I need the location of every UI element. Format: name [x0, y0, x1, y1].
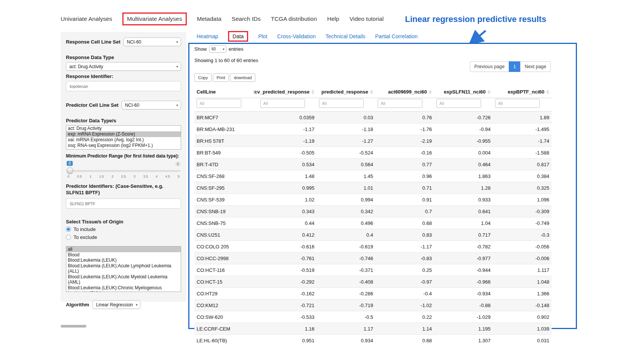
- table-row: CO:HT29-0.162-0.286-0.4-0.9341.366: [194, 288, 552, 300]
- slider-track[interactable]: [67, 170, 180, 172]
- cell-value: -1.029: [434, 311, 493, 323]
- nav-item-help[interactable]: Help: [327, 16, 339, 22]
- nav-item-metadata[interactable]: Metadata: [197, 16, 222, 22]
- nav-item-multivariate-analyses[interactable]: Multivariate Analyses: [122, 12, 187, 25]
- cell-value: 1.02: [258, 194, 317, 206]
- filter-input-cv-predicted-response[interactable]: [260, 99, 305, 108]
- previous-page-button[interactable]: Previous page: [470, 61, 509, 72]
- column-header-expbptf-nci60[interactable]: expBPTF_nci60: [493, 86, 552, 98]
- column-header-predicted-response[interactable]: predicted_response: [317, 86, 375, 98]
- filter-input-cellline[interactable]: [197, 99, 241, 108]
- filter-cell-act609699-nci60: [375, 98, 434, 112]
- algorithm-select[interactable]: Linear Regression ▾: [92, 300, 141, 309]
- min-predictor-range-slider[interactable]: 0 5 00.511.522.533.544.55: [67, 161, 180, 180]
- cell-value: -1.27: [317, 135, 375, 147]
- tissue-listbox[interactable]: allBloodBlood:Leukemia (LEUK)Blood:Leuke…: [66, 246, 181, 292]
- column-header-label: act609699_nci60: [388, 89, 427, 95]
- sort-icon: [429, 90, 432, 94]
- filter-input-predicted-response[interactable]: [319, 99, 364, 108]
- slider-handle[interactable]: [67, 167, 73, 174]
- column-header-expslfn11-nci60[interactable]: expSLFN11_nci60: [434, 86, 493, 98]
- cell-value: 0.933: [434, 194, 493, 206]
- cell-value: 0.564: [317, 159, 375, 170]
- print-button[interactable]: Print: [213, 73, 229, 82]
- table-row: CO:KM12-0.721-0.719-1.02-0.88-0.148: [194, 300, 552, 311]
- nav-item-search-ids[interactable]: Search IDs: [231, 16, 261, 22]
- predictor-data-types-listbox[interactable]: act: Drug Activityexp: mRNA Expression (…: [66, 125, 181, 150]
- page-1-button[interactable]: 1: [509, 61, 521, 72]
- cell-value: 1.048: [493, 276, 552, 288]
- tissue-option[interactable]: Blood:Leukemia (LEUK): [66, 257, 181, 263]
- copy-button[interactable]: Copy: [194, 73, 212, 82]
- response-data-type-select[interactable]: act: Drug Activity ▾: [66, 62, 181, 71]
- slider-tick-label: 0.5: [77, 175, 82, 178]
- cell-value: -0.619: [317, 241, 375, 253]
- cell-value: -1.02: [375, 300, 434, 311]
- cell-value: -0.16: [375, 147, 434, 159]
- slider-tick-label: 4: [156, 175, 158, 178]
- cell-value: -0.162: [258, 288, 317, 300]
- tab-heatmap[interactable]: Heatmap: [197, 33, 218, 39]
- table-body: BR:MCF70.03590.030.76-0.7261.89BR:MDA-MB…: [194, 112, 552, 346]
- tissue-radio-to-include[interactable]: To include: [66, 226, 181, 232]
- cell-value: 1.366: [493, 288, 552, 300]
- response-cell-line-set-select[interactable]: NCI-60 ▾: [123, 37, 181, 46]
- tab-cross-validation[interactable]: Cross-Validation: [277, 33, 316, 39]
- tissue-option[interactable]: Blood: [66, 252, 181, 258]
- tissue-option[interactable]: Blood:Leukemia (LEUK):Chronic Myelogenou…: [66, 285, 181, 292]
- radio-icon: [66, 235, 71, 240]
- cell-line-name: CO:HT29: [194, 288, 258, 300]
- table-header-row: CellLinecv_predicted_responsepredicted_r…: [194, 86, 552, 98]
- tissue-radio-to-exclude[interactable]: To exclude: [66, 234, 181, 240]
- filter-cell-cv-predicted-response: [258, 98, 317, 112]
- tab-partial-correlation[interactable]: Partial Correlation: [375, 33, 417, 39]
- predictor-data-type-option[interactable]: xai: mRNA Expression (Avg. log2 Int.): [66, 137, 181, 143]
- chevron-down-icon: ▾: [176, 65, 178, 69]
- tab-plot[interactable]: Plot: [258, 33, 267, 39]
- cell-value: 0.4: [317, 229, 375, 241]
- predictor-data-type-option[interactable]: exp: mRNA Expression (Z-Score): [66, 131, 181, 137]
- nav-item-univariate-analyses[interactable]: Univariate Analyses: [61, 16, 112, 22]
- predictor-cell-line-set-field: Predictor Cell Line Set NCI-60 ▾: [66, 101, 181, 109]
- response-cell-line-set-label: Response Cell Line Set: [66, 39, 120, 45]
- chevron-down-icon: ▾: [176, 40, 178, 44]
- column-header-label: expBPTF_nci60: [508, 89, 544, 95]
- table-row: CNS:SF-5391.020.9940.910.9331.096: [194, 194, 552, 206]
- response-cell-line-set-value: NCI-60: [127, 39, 141, 45]
- cell-value: 0.464: [434, 159, 493, 170]
- slider-tick-labels: 00.511.522.533.544.55: [67, 175, 180, 178]
- column-header-cv-predicted-response[interactable]: cv_predicted_response: [258, 86, 317, 98]
- entries-per-page-select[interactable]: 60 ▾: [209, 45, 227, 53]
- predictor-data-types-label: Predictor Data Type/s: [66, 118, 181, 123]
- cell-line-name: CNS:SF-295: [194, 182, 258, 194]
- algorithm-field: Algorithm Linear Regression ▾: [66, 300, 181, 309]
- response-identifier-input[interactable]: [66, 81, 181, 91]
- table-row: CNS:SNB-190.3430.3420.70.641-0.309: [194, 206, 552, 217]
- column-header-label: cv_predicted_response: [255, 89, 309, 95]
- tissue-option[interactable]: all: [66, 247, 181, 252]
- predictor-identifiers-input[interactable]: [66, 198, 181, 209]
- cell-value: 0.0359: [258, 112, 317, 123]
- tab-data[interactable]: Data: [228, 31, 249, 42]
- cell-line-name: CO:COLO 205: [194, 241, 258, 253]
- nav-item-video-tutorial[interactable]: Video tutorial: [349, 16, 383, 22]
- nav-item-tcga-distribution[interactable]: TCGA distribution: [271, 16, 317, 22]
- tissue-option[interactable]: Blood:Leukemia (LEUK):Acute Lymphoid Leu…: [66, 263, 181, 274]
- tissue-option[interactable]: Blood:Leukemia (LEUK):Acute Myeloid Leuk…: [66, 274, 181, 285]
- predictor-data-type-option[interactable]: xsq: RNA-seq Expression (log2 FPKM+1.): [66, 143, 181, 148]
- cell-value: 0.934: [317, 335, 375, 346]
- filter-input-expslfn11-nci60[interactable]: [436, 99, 481, 108]
- predictor-cell-line-set-select[interactable]: NCI-60 ▾: [122, 101, 181, 109]
- table-row: CNS:SF-2681.481.450.961.8630.384: [194, 170, 552, 182]
- predictor-data-type-option[interactable]: act: Drug Activity: [66, 126, 181, 131]
- tab-technical-details[interactable]: Technical Details: [325, 33, 365, 39]
- column-header-cellline[interactable]: CellLine: [194, 86, 258, 98]
- next-page-button[interactable]: Next page: [520, 61, 551, 72]
- column-header-act609699-nci60[interactable]: act609699_nci60: [375, 86, 434, 98]
- filter-input-expbptf-nci60[interactable]: [495, 99, 540, 108]
- filter-input-act609699-nci60[interactable]: [378, 99, 422, 108]
- cell-value: 0.994: [317, 194, 375, 206]
- download-button[interactable]: download: [230, 73, 255, 82]
- cell-value: 0.325: [493, 182, 552, 194]
- cell-value: 1.863: [434, 170, 493, 182]
